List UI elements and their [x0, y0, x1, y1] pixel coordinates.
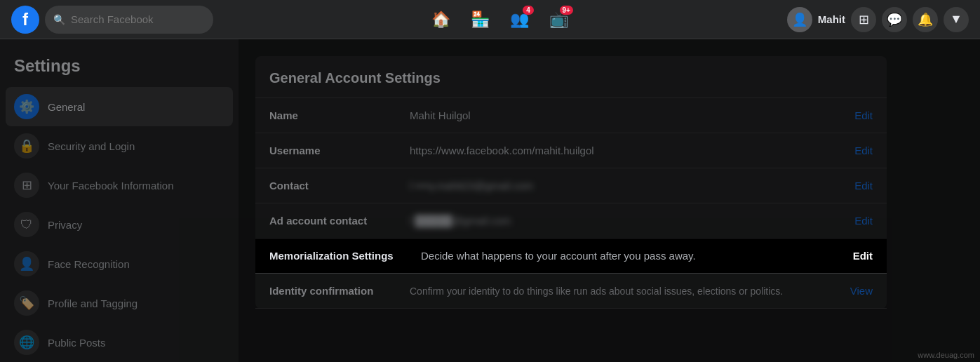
- user-profile-button[interactable]: 👤 Mahit: [787, 7, 845, 32]
- nav-right-section: 👤 Mahit ⊞ 💬 🔔 ▼: [787, 7, 969, 32]
- tag-icon: 🏷️: [14, 290, 39, 316]
- page-body: Settings ⚙️ General 🔒 Security and Login…: [0, 0, 980, 362]
- grid-icon: ⊞: [14, 173, 39, 198]
- name-label: Name: [269, 109, 410, 121]
- sidebar-item-label: Security and Login: [48, 140, 135, 152]
- identity-view-button[interactable]: View: [850, 285, 873, 297]
- account-menu-button[interactable]: ▼: [944, 7, 969, 32]
- name-row: Name Mahit Huilgol Edit: [255, 98, 887, 133]
- ad-contact-label: Ad account contact: [269, 215, 410, 227]
- globe-icon: 🌐: [14, 330, 39, 355]
- gear-icon: ⚙️: [14, 94, 39, 119]
- contact-label: Contact: [269, 180, 410, 192]
- sidebar-item-label: Your Facebook Information: [48, 180, 174, 192]
- sidebar-item-general[interactable]: ⚙️ General: [6, 87, 233, 126]
- identity-description: Confirm your identity to do things like …: [410, 286, 850, 297]
- sidebar-item-label: Public Posts: [48, 337, 106, 349]
- main-content: General Account Settings Name Mahit Huil…: [239, 39, 980, 362]
- sidebar-item-label: Privacy: [48, 219, 82, 231]
- memorialization-row: Memorialization Settings Decide what hap…: [255, 239, 887, 274]
- sidebar-title: Settings: [6, 51, 233, 87]
- watermark: www.deuag.com: [918, 351, 974, 359]
- sidebar-item-privacy[interactable]: 🛡 Privacy: [6, 205, 233, 244]
- friends-nav-button[interactable]: 👥 4: [503, 3, 537, 36]
- notifications-button[interactable]: 🔔: [913, 7, 938, 32]
- sidebar-item-profile-tagging[interactable]: 🏷️ Profile and Tagging: [6, 283, 233, 323]
- sidebar-item-label: Face Recognition: [48, 258, 130, 270]
- search-input[interactable]: [71, 13, 205, 25]
- username-edit-button[interactable]: Edit: [854, 145, 873, 156]
- username-label: Username: [269, 145, 410, 156]
- ad-contact-row: Ad account contact l █████@gmail.com Edi…: [255, 203, 887, 239]
- sidebar-item-label: Profile and Tagging: [48, 297, 137, 309]
- identity-row: Identity confirmation Confirm your ident…: [255, 274, 887, 309]
- search-bar[interactable]: 🔍: [45, 6, 213, 34]
- facebook-logo[interactable]: f: [11, 6, 39, 34]
- marketplace-nav-button[interactable]: 🏪: [464, 3, 497, 36]
- sidebar-item-security[interactable]: 🔒 Security and Login: [6, 126, 233, 166]
- identity-label: Identity confirmation: [269, 285, 410, 297]
- name-edit-button[interactable]: Edit: [854, 109, 873, 121]
- nav-center-icons: 🏠 🏪 👥 4 📺 9+: [213, 3, 787, 36]
- memorialization-description: Decide what happens to your account afte…: [421, 250, 853, 262]
- username-row: Username https://www.facebook.com/mahit.…: [255, 133, 887, 168]
- name-value: Mahit Huilgol: [410, 109, 854, 121]
- sidebar-item-facebook-info[interactable]: ⊞ Your Facebook Information: [6, 166, 233, 205]
- panel-title: General Account Settings: [255, 56, 887, 98]
- settings-panel: General Account Settings Name Mahit Huil…: [255, 56, 887, 309]
- memorialization-label: Memorialization Settings: [269, 250, 410, 262]
- store-icon: 🏪: [471, 11, 490, 29]
- messenger-button[interactable]: 💬: [882, 7, 907, 32]
- face-icon: 👤: [14, 251, 39, 276]
- search-icon: 🔍: [53, 14, 65, 25]
- watch-badge: 9+: [560, 6, 573, 15]
- friends-badge: 4: [523, 6, 534, 15]
- contact-edit-button[interactable]: Edit: [854, 180, 873, 192]
- shield-icon: 🛡: [14, 212, 39, 237]
- top-navigation: f 🔍 🏠 🏪 👥 4 📺 9+ 👤 Mahit ⊞ 💬 🔔 ▼: [0, 0, 980, 39]
- ad-contact-value: l █████@gmail.com: [410, 215, 854, 227]
- settings-sidebar: Settings ⚙️ General 🔒 Security and Login…: [0, 39, 239, 362]
- sidebar-item-public-posts[interactable]: 🌐 Public Posts: [6, 323, 233, 362]
- home-icon: 🏠: [431, 11, 450, 29]
- memorialization-edit-button[interactable]: Edit: [853, 250, 873, 262]
- sidebar-item-label: General: [48, 101, 85, 113]
- avatar: 👤: [787, 7, 812, 32]
- user-name: Mahit: [818, 13, 845, 25]
- lock-icon: 🔒: [14, 133, 39, 159]
- contact-value: l ••••y.mahit23@gmail.com: [410, 180, 854, 192]
- contact-row: Contact l ••••y.mahit23@gmail.com Edit: [255, 168, 887, 203]
- grid-menu-button[interactable]: ⊞: [851, 7, 876, 32]
- home-nav-button[interactable]: 🏠: [424, 3, 458, 36]
- ad-contact-edit-button[interactable]: Edit: [854, 215, 873, 227]
- username-value: https://www.facebook.com/mahit.huilgol: [410, 145, 854, 156]
- sidebar-item-face-recognition[interactable]: 👤 Face Recognition: [6, 244, 233, 283]
- watch-nav-button[interactable]: 📺 9+: [542, 3, 576, 36]
